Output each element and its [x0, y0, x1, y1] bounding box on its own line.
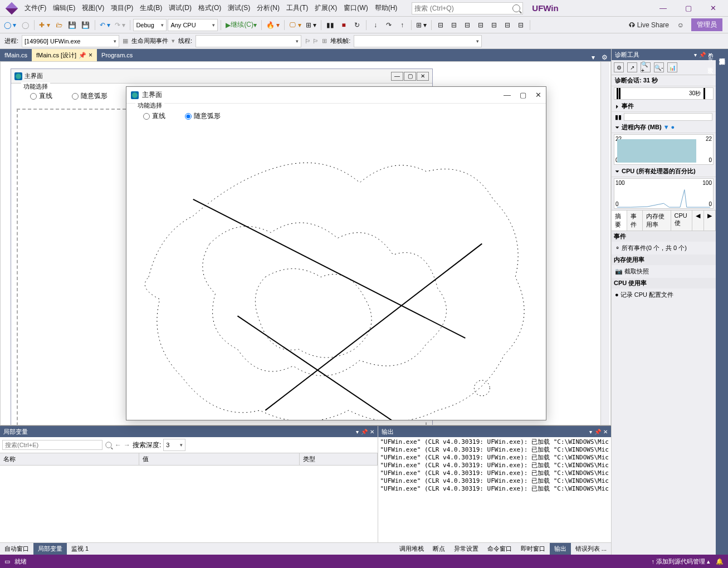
panel-dropdown-icon[interactable]: ▾ [356, 429, 359, 435]
menu-project[interactable]: 项目(P) [108, 1, 136, 15]
rw-maximize-button[interactable]: ▢ [520, 91, 526, 99]
search-input[interactable] [414, 4, 512, 12]
side-tab-solution[interactable]: 解决方案资源管理器 [716, 49, 728, 555]
layout-btn3[interactable]: ⊟ [461, 19, 473, 31]
side-tab-git[interactable]: Git 更改 [705, 49, 716, 555]
rw-close-button[interactable]: ✕ [535, 91, 541, 99]
thread-combo[interactable] [196, 35, 301, 47]
continue-button[interactable]: ▶ 继续(C) ▾ [224, 19, 258, 31]
output-body[interactable]: "UFWin.exe" (CLR v4.0.30319: UFWin.exe):… [378, 437, 612, 542]
pause-events-button[interactable]: ▮▮ [615, 114, 622, 121]
undo-button[interactable]: ↶ ▾ [98, 19, 112, 31]
process-combo[interactable]: [149960] UFWin.exe [22, 35, 119, 47]
diag-timeline[interactable]: 30秒 [614, 87, 714, 100]
liveshare-button[interactable]: ⮉ Live Share [624, 20, 673, 30]
diag-zoomin-button[interactable]: 🔍+ [641, 62, 651, 72]
record-cpu-button[interactable]: ● 记录 CPU 配置文件 [612, 288, 716, 301]
diag-tab-events[interactable]: 事件 [627, 210, 643, 231]
rw-minimize-button[interactable]: — [504, 91, 511, 99]
step-out-button[interactable]: ↑ [396, 19, 408, 31]
panel-pin-icon[interactable]: 📌 [594, 429, 601, 435]
layout-btn4[interactable]: ⊟ [475, 19, 487, 31]
panel-dropdown-icon[interactable]: ▾ [694, 52, 697, 58]
tools-button[interactable]: ⊞ ▾ [304, 19, 318, 31]
add-source-control[interactable]: ↑ 添加到源代码管理 ▴ [651, 557, 710, 566]
diag-tab-summary[interactable]: 摘要 [612, 210, 627, 231]
runtime-window[interactable]: 主界面 — ▢ ✕ 功能选择 直线 随意弧形 [126, 86, 546, 420]
btab-output[interactable]: 输出 [550, 543, 571, 555]
btab-immediate[interactable]: 即时窗口 [516, 543, 550, 555]
btab-exceptions[interactable]: 异常设置 [449, 543, 483, 555]
menu-file[interactable]: 文件(F) [21, 1, 50, 15]
close-button[interactable]: ✕ [701, 1, 726, 16]
menu-test[interactable]: 测试(S) [224, 1, 253, 15]
forward-button[interactable]: ◯ [19, 19, 31, 31]
layout-btn7[interactable]: ⊟ [515, 19, 527, 31]
diag-tab-memory[interactable]: 内存使用率 [643, 210, 671, 231]
stackframe-combo[interactable] [354, 35, 482, 47]
layout-btn1[interactable]: ⊟ [434, 19, 447, 31]
align-button[interactable]: ⊞ ▾ [414, 19, 428, 31]
save-all-button[interactable]: 💾 [80, 19, 92, 31]
menu-tools[interactable]: 工具(T) [283, 1, 311, 15]
minimize-button[interactable]: — [651, 1, 676, 16]
restart-button[interactable]: ↻ [351, 19, 363, 31]
platform-combo[interactable]: Any CPU [168, 19, 218, 31]
tab-program-cs[interactable]: Program.cs [97, 49, 137, 61]
panel-dropdown-icon[interactable]: ▾ [589, 429, 592, 435]
layout-btn2[interactable]: ⊟ [448, 19, 460, 31]
menu-format[interactable]: 格式(O) [195, 1, 224, 15]
vscroll[interactable] [600, 62, 609, 425]
step-into-button[interactable]: ↓ [369, 19, 382, 31]
df-radio-line[interactable]: 直线 [30, 91, 52, 101]
btab-locals[interactable]: 局部变量 [33, 543, 67, 555]
search-icon[interactable] [105, 442, 111, 448]
layout-btn5[interactable]: ⊟ [488, 19, 500, 31]
pause-button[interactable]: ▮▮ [324, 19, 336, 31]
btab-auto[interactable]: 自动窗口 [0, 543, 33, 555]
panel-close-icon[interactable]: ✕ [370, 429, 374, 435]
step-over-button[interactable]: ↷ [383, 19, 395, 31]
btab-callstack[interactable]: 调用堆栈 [395, 543, 428, 555]
menu-view[interactable]: 视图(V) [79, 1, 108, 15]
browser-button[interactable]: 🖵 ▾ [287, 19, 302, 31]
menu-debug[interactable]: 调试(D) [165, 1, 195, 15]
diag-zoomout-button[interactable]: 🔍- [654, 62, 664, 72]
tab-fmain-cs[interactable]: fMain.cs [0, 49, 32, 61]
menu-window[interactable]: 窗口(W) [340, 1, 371, 15]
stop-button[interactable]: ■ [338, 19, 350, 31]
locals-search-input[interactable] [2, 440, 102, 450]
rw-canvas[interactable] [126, 129, 546, 420]
pin-icon[interactable]: 📌 [79, 52, 86, 59]
btab-breakpoints[interactable]: 断点 [428, 543, 449, 555]
open-button[interactable]: 🗁 [53, 19, 65, 31]
col-type[interactable]: 类型 [300, 453, 378, 465]
df-radio-arc[interactable]: 随意弧形 [72, 91, 108, 101]
diag-export-button[interactable]: ↗ [627, 62, 637, 72]
menu-analyze[interactable]: 分析(N) [253, 1, 283, 15]
tab-fmain-design[interactable]: fMain.cs [设计] 📌 × [32, 49, 97, 61]
back-button[interactable]: ◯ ▾ [2, 19, 18, 31]
snapshot-button[interactable]: 📷 截取快照 [612, 265, 716, 278]
cpu-chart[interactable]: 100 100 0 0 [614, 178, 714, 209]
feedback-button[interactable]: ☺ [675, 19, 687, 31]
menu-build[interactable]: 生成(B) [136, 1, 165, 15]
menu-extensions[interactable]: 扩展(X) [311, 1, 340, 15]
all-events-link[interactable]: ⚬ 所有事件(0 个，共 0 个) [612, 242, 716, 254]
close-tab-icon[interactable]: × [89, 51, 92, 59]
depth-combo[interactable]: 3 [163, 439, 185, 451]
diag-chart-button[interactable]: 📊 [667, 62, 677, 72]
save-button[interactable]: 💾 [66, 19, 79, 31]
rw-radio-arc[interactable]: 随意弧形 [185, 111, 221, 121]
memory-chart[interactable]: 22 22 0 0 [614, 134, 714, 165]
panel-pin-icon[interactable]: 📌 [361, 429, 368, 435]
maximize-button[interactable]: ▢ [676, 1, 701, 16]
panel-close-icon[interactable]: ✕ [603, 429, 608, 435]
new-item-button[interactable]: ✚ ▾ [37, 19, 51, 31]
btab-command[interactable]: 命令窗口 [483, 543, 516, 555]
menu-edit[interactable]: 编辑(E) [50, 1, 79, 15]
redo-button[interactable]: ↷ ▾ [113, 19, 127, 31]
tab-overflow-button[interactable]: ▾ [588, 53, 598, 61]
diag-tab-cpu[interactable]: CPU 使 [671, 210, 692, 231]
menu-help[interactable]: 帮助(H) [372, 1, 401, 15]
